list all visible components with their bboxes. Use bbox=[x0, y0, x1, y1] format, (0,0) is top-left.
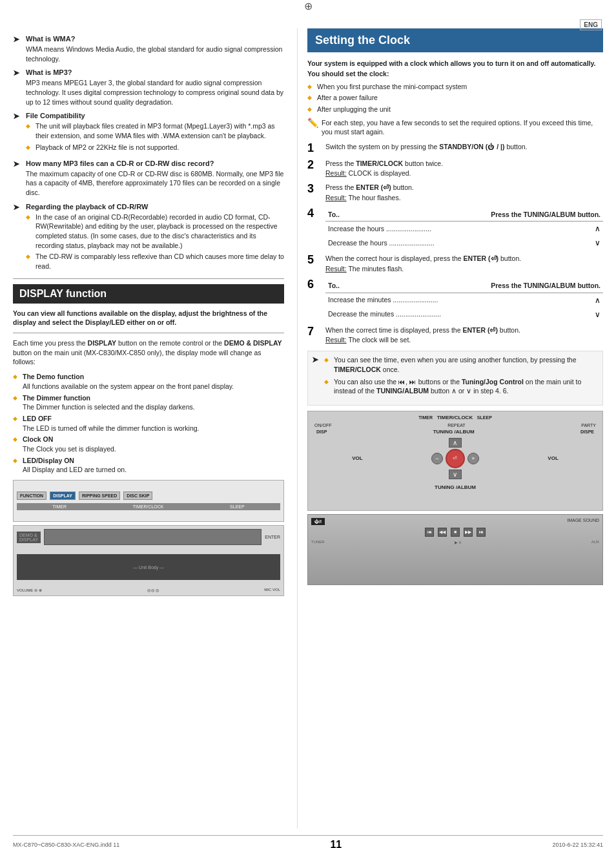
arrow-marker: ➤ bbox=[13, 35, 22, 44]
extra-note-1-content: ◆ You can see the time, even when you ar… bbox=[324, 355, 599, 398]
top-crosshair: ⊕ bbox=[0, 0, 616, 12]
ff-btn[interactable]: ▶▶ bbox=[464, 528, 473, 537]
mp3-capacity-section: ➤ How many MP3 files can a CD-R or CD-RW… bbox=[13, 160, 284, 198]
step-6-table: To.. Press the TUNING/ALBUM button. Incr… bbox=[325, 280, 603, 322]
extra-note-2-text: You can also use the ⏮, ⏭ buttons or the… bbox=[334, 377, 599, 396]
step-4-col-press: Press the TUNING/ALBUM button. bbox=[462, 209, 603, 222]
arrow-marker-mp3c: ➤ bbox=[13, 160, 22, 169]
arrow-marker-mp3: ➤ bbox=[13, 68, 22, 78]
file-compat-section: ➤ File Compatibility ◆ The unit will pla… bbox=[13, 112, 284, 154]
fc-bullet-text-2: Playback of MP2 or 22KHz file is not sup… bbox=[36, 143, 179, 152]
display-function-body-intro: Each time you press the DISPLAY button o… bbox=[13, 338, 284, 367]
disp-label-left: DISP bbox=[316, 429, 327, 434]
tuning-image: TIMER TIMER/CLOCK SLEEP ON/OFF REPEAT PA… bbox=[307, 411, 603, 511]
diamond-icon-demo: ◆ bbox=[13, 373, 19, 380]
vol-label-right: VOL bbox=[548, 455, 558, 461]
diamond-icon-clock: ◆ bbox=[13, 436, 19, 442]
right-column: Setting the Clock Your system is equippe… bbox=[297, 28, 603, 829]
arrow-marker-fc: ➤ bbox=[13, 112, 22, 121]
diamond-extra2: ◆ bbox=[324, 378, 331, 385]
step-7-text: When the correct time is displayed, pres… bbox=[325, 326, 603, 346]
step-4-col-to: To.. bbox=[325, 209, 462, 222]
cdrw-bullet-2: ◆ The CD-RW is comparably less reflexive… bbox=[26, 252, 284, 271]
rewind-btn[interactable]: ◀◀ bbox=[438, 528, 447, 537]
diamond-unplug: ◆ bbox=[307, 106, 314, 112]
demo-display-btn: DEMO &DISPLAY bbox=[17, 532, 41, 543]
step-6-num: 6 bbox=[307, 278, 325, 291]
play-pause-btn: ▶ II bbox=[455, 540, 461, 544]
diamond-icon-cdrw2: ◆ bbox=[26, 253, 32, 260]
vol-minus-btn[interactable]: − bbox=[431, 453, 443, 464]
display-function-intro: You can view all functions available on … bbox=[13, 309, 284, 327]
up-btn[interactable]: ∧ bbox=[449, 438, 462, 448]
enter-btn-remote[interactable]: ⏎ bbox=[446, 449, 465, 468]
set-clock-bullets: ◆ When you first purchase the mini-compa… bbox=[307, 82, 603, 114]
mp3-body: MP3 means MPEG1 Layer 3, the global stan… bbox=[26, 78, 284, 107]
up-arrow-hours: ∧ bbox=[462, 222, 603, 236]
main-unit-image: DEMO &DISPLAY ENTER — Unit Body — VOLUME… bbox=[13, 525, 284, 596]
page-footer: MX-C870~C850-C830-XAC-ENG.indd 11 11 201… bbox=[13, 835, 603, 848]
divider-2 bbox=[13, 333, 284, 333]
next-btn[interactable]: ⏭ bbox=[477, 528, 486, 537]
right-images: TIMER TIMER/CLOCK SLEEP ON/OFF REPEAT PA… bbox=[307, 411, 603, 585]
step-1: 1 Switch the system on by pressing the S… bbox=[307, 142, 603, 155]
remote-top-image: FUNCTION DISPLAY RIPPING SPEED DISC SKIP… bbox=[13, 480, 284, 522]
wma-title: What is WMA? bbox=[26, 35, 284, 43]
left-col-images: FUNCTION DISPLAY RIPPING SPEED DISC SKIP… bbox=[13, 480, 284, 596]
tuning-label-top: TIMER TIMER/CLOCK SLEEP bbox=[311, 415, 599, 420]
dimmer-function-text: The Dimmer function The Dimmer function … bbox=[23, 393, 195, 412]
step-6: 6 To.. Press the TUNING/ALBUM button. In… bbox=[307, 278, 603, 322]
step-2-text: Press the TIMER/CLOCK button twice. Resu… bbox=[325, 159, 603, 180]
left-column: ➤ What is WMA? WMA means Windows Media A… bbox=[13, 28, 297, 829]
up-arrow-mins: ∧ bbox=[466, 293, 603, 307]
player-device-image: ⏻/I IMAGE SOUND ⏮ ◀◀ ■ ▶▶ ⏭ TUNER ▶ II A… bbox=[307, 514, 603, 585]
wma-content: What is WMA? WMA means Windows Media Aud… bbox=[26, 35, 284, 63]
disp-label-right: DISPE bbox=[580, 429, 594, 434]
prev-btn[interactable]: ⏮ bbox=[425, 528, 434, 537]
unit-bottom-row: VOLUME ⊖ ⊕ ◎ ◎ ◎ MIC VOL bbox=[17, 588, 280, 592]
diamond-icon-cdrw1: ◆ bbox=[26, 214, 32, 220]
cdrw-title: Regarding the playback of CD-R/RW bbox=[26, 203, 284, 211]
demo-function-text: The Demo function All functions availabl… bbox=[23, 372, 234, 391]
timer-clock-label: TIMER/CLOCK bbox=[133, 504, 164, 509]
step-4: 4 To.. Press the TUNING/ALBUM button. In… bbox=[307, 207, 603, 251]
tuning-album-label: TUNING /ALBUM bbox=[327, 429, 580, 435]
mp3-section: ➤ What is MP3? MP3 means MPEG1 Layer 3, … bbox=[13, 68, 284, 107]
party-btn-label: PARTY bbox=[581, 423, 596, 428]
cdrw-bullet-text-2: The CD-RW is comparably less reflexive t… bbox=[36, 252, 284, 271]
file-compat-title: File Compatibility bbox=[26, 112, 284, 119]
mp3-content: What is MP3? MP3 means MPEG1 Layer 3, th… bbox=[26, 68, 284, 107]
step-6-col-to: To.. bbox=[325, 280, 466, 293]
mp3-capacity-body: The maximum capacity of one CD-R or CD-R… bbox=[26, 169, 284, 198]
page-number: 11 bbox=[330, 839, 342, 848]
standby-btn[interactable]: ⏻/I bbox=[311, 518, 325, 525]
led-display-on-item: ◆ LED/Display ON All Display and LED are… bbox=[13, 456, 284, 475]
vol-plus-btn[interactable]: + bbox=[467, 453, 479, 464]
file-compat-content: File Compatibility ◆ The unit will playb… bbox=[26, 112, 284, 154]
stop-btn[interactable]: ■ bbox=[451, 528, 460, 537]
led-off-text: LED OFF The LED is turned off while the … bbox=[23, 414, 200, 433]
mp3-title: What is MP3? bbox=[26, 68, 284, 76]
player-bottom-row: TUNER ▶ II AUX bbox=[311, 540, 599, 544]
bullet-unplug: ◆ After unplugging the unit bbox=[307, 105, 603, 114]
down-btn[interactable]: ∨ bbox=[449, 470, 462, 479]
note-box: ✏️ For each step, you have a few seconds… bbox=[307, 118, 603, 137]
footer-left-text: MX-C870~C850-C830-XAC-ENG.indd 11 bbox=[13, 842, 119, 848]
vol-controls: − ∧ ⏎ ∨ + bbox=[431, 438, 479, 479]
unit-body-display: — Unit Body — bbox=[17, 554, 280, 580]
fc-bullet-1: ◆ The unit will playback files created i… bbox=[26, 121, 284, 140]
led-display-on-text: LED/Display ON All Display and LED are t… bbox=[23, 456, 127, 475]
bullet-power: ◆ After a power failure bbox=[307, 93, 603, 103]
extra-note-1-bullet: ◆ You can see the time, even when you ar… bbox=[324, 355, 599, 374]
footer-right-text: 2010-6-22 15:32:41 bbox=[552, 842, 603, 848]
bullet-purchase: ◆ When you first purchase the mini-compa… bbox=[307, 82, 603, 92]
bullet-purchase-text: When you first purchase the mini-compact… bbox=[317, 82, 467, 92]
mp3-capacity-content: How many MP3 files can a CD-R or CD-RW d… bbox=[26, 160, 284, 198]
arrow-marker-note1: ➤ bbox=[312, 355, 321, 398]
cdrw-bullet-1: ◆ In the case of an original CD-R(Record… bbox=[26, 212, 284, 251]
diamond-purchase: ◆ bbox=[307, 83, 314, 90]
down-arrow-mins: ∨ bbox=[466, 307, 603, 322]
step-1-text: Switch the system on by pressing the STA… bbox=[325, 142, 603, 152]
step-1-num: 1 bbox=[307, 142, 325, 155]
diamond-icon-2: ◆ bbox=[26, 144, 32, 150]
